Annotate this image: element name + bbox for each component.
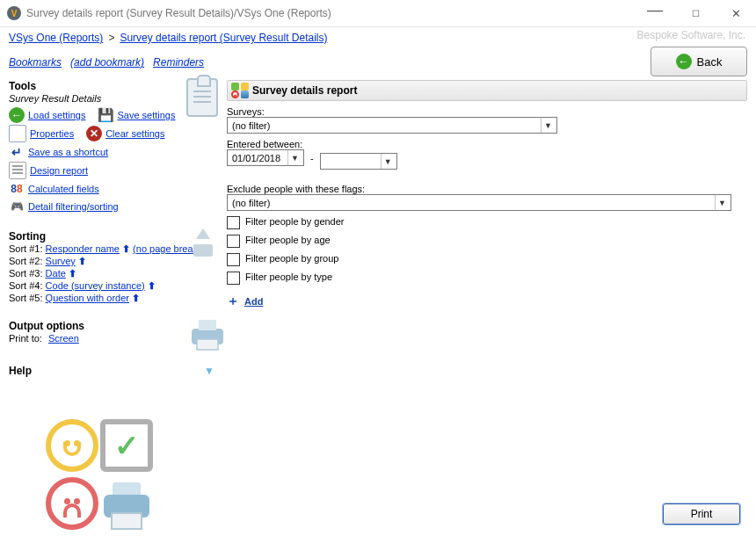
- surveys-select[interactable]: (no filter) ▼: [227, 117, 557, 134]
- sort-icon: [186, 225, 222, 260]
- svg-rect-2: [199, 320, 216, 330]
- date-dash: -: [310, 153, 314, 163]
- exclude-label: Exclude people with these flags:: [227, 184, 747, 194]
- checkbox-icon: [227, 253, 240, 266]
- add-link[interactable]: Add: [244, 296, 263, 307]
- bookmarks-link[interactable]: Bookmarks: [9, 56, 62, 69]
- sort4-field-link[interactable]: Code (survey instance): [46, 280, 145, 291]
- checkbox-icon: [227, 216, 240, 229]
- sort5-direction[interactable]: ⬆: [132, 293, 140, 303]
- filter-icon: 🎮: [9, 199, 25, 214]
- svg-rect-0: [193, 244, 213, 257]
- print-to-link[interactable]: Screen: [48, 333, 79, 344]
- sort-row-5: Sort #5: Question with order ⬆: [9, 293, 227, 304]
- load-icon: ←: [9, 107, 25, 123]
- plus-icon: ＋: [227, 293, 239, 308]
- reminders-link[interactable]: Reminders: [153, 56, 204, 69]
- breadcrumb-sep: >: [108, 32, 114, 44]
- sort2-direction[interactable]: ⬆: [78, 256, 86, 266]
- load-settings-link[interactable]: Load settings: [28, 110, 85, 120]
- sort1-field-link[interactable]: Responder name: [46, 243, 120, 254]
- shortcut-icon: ↵: [9, 144, 25, 160]
- properties-link[interactable]: Properties: [30, 128, 74, 139]
- add-bookmark-link[interactable]: (add bookmark): [70, 56, 144, 69]
- print-button[interactable]: Print: [663, 503, 740, 525]
- entered-label: Entered between:: [227, 139, 747, 149]
- design-icon: [9, 162, 26, 179]
- sort3-direction[interactable]: ⬆: [69, 268, 76, 279]
- sort5-field-link[interactable]: Question with order: [46, 293, 129, 303]
- calculated-fields-link[interactable]: Calculated fields: [28, 184, 99, 194]
- back-arrow-icon: ←: [676, 54, 692, 69]
- save-settings-link[interactable]: Save settings: [117, 110, 175, 120]
- printer-big-icon: [100, 477, 153, 530]
- breadcrumb-root[interactable]: VSys One (Reports): [9, 32, 103, 44]
- dropdown-caret-icon: ▼: [715, 195, 729, 210]
- detail-filtering-link[interactable]: Detail filtering/sorting: [28, 201, 119, 212]
- breadcrumb-page[interactable]: Survey details report (Survey Result Det…: [120, 32, 327, 44]
- add-filter-row[interactable]: ＋Add: [227, 293, 747, 309]
- checkbox-big-icon: ✓: [100, 419, 153, 472]
- checkbox-icon: [227, 235, 240, 248]
- calc-icon: 88: [9, 181, 25, 197]
- report-status-icons: [231, 83, 249, 98]
- dropdown-caret-icon: ▼: [381, 154, 395, 169]
- surveys-value: (no filter): [232, 120, 270, 131]
- sad-face-icon: [46, 477, 98, 530]
- design-report-link[interactable]: Design report: [30, 165, 88, 176]
- right-panel: Survey details report Surveys: (no filte…: [227, 78, 756, 536]
- sort-row-3: Sort #3: Date ⬆: [9, 268, 227, 279]
- window-minimize-button[interactable]: —: [635, 0, 675, 26]
- sort4-direction[interactable]: ⬆: [148, 280, 156, 291]
- happy-face-icon: [46, 419, 98, 472]
- report-title: Survey details report: [252, 84, 357, 97]
- exclude-select[interactable]: (no filter) ▼: [227, 194, 731, 211]
- report-header: Survey details report: [227, 80, 747, 101]
- clear-settings-link[interactable]: Clear settings: [105, 128, 164, 139]
- title-bar: V Survey details report (Survey Result D…: [0, 0, 756, 27]
- decorative-icons: ✓: [46, 419, 160, 533]
- left-panel: Tools Survey Result Details ← Load setti…: [0, 78, 227, 536]
- surveys-label: Surveys:: [227, 106, 747, 117]
- window-title: Survey details report (Survey Result Det…: [26, 7, 331, 19]
- brand-text: Bespoke Software, Inc.: [637, 29, 745, 41]
- save-icon: 💾: [98, 107, 113, 123]
- filter-group-row[interactable]: Filter people by group: [227, 253, 747, 266]
- filter-gender-row[interactable]: Filter people by gender: [227, 216, 747, 229]
- sort1-direction[interactable]: ⬆: [122, 243, 133, 254]
- sort-row-4: Sort #4: Code (survey instance) ⬆: [9, 280, 227, 292]
- date-from-select[interactable]: 01/01/2018 ▼: [227, 149, 304, 166]
- filter-type-row[interactable]: Filter people by type: [227, 272, 747, 285]
- svg-rect-3: [197, 339, 218, 350]
- date-to-select[interactable]: ▼: [320, 153, 397, 170]
- app-icon: V: [7, 6, 21, 20]
- sort2-field-link[interactable]: Survey: [46, 256, 76, 266]
- window-maximize-button[interactable]: ☐: [675, 0, 716, 26]
- dropdown-caret-icon: ▼: [541, 118, 555, 133]
- help-heading: Help: [9, 365, 227, 377]
- date-from-value: 01/01/2018: [232, 153, 280, 163]
- back-button-label: Back: [697, 55, 723, 69]
- bookmarks-bar: Bookmarks (add bookmark) Reminders ← Bac…: [0, 47, 756, 78]
- printer-icon: [188, 316, 227, 351]
- dropdown-caret-icon: ▼: [287, 150, 302, 165]
- sort3-field-link[interactable]: Date: [46, 268, 66, 279]
- clipboard-icon: [186, 78, 218, 117]
- print-to-label: Print to:: [9, 333, 42, 344]
- window-close-button[interactable]: ✕: [716, 0, 756, 26]
- filter-age-row[interactable]: Filter people by age: [227, 235, 747, 248]
- checkbox-icon: [227, 272, 240, 285]
- help-expand-icon[interactable]: ▼: [204, 365, 214, 377]
- back-button[interactable]: ← Back: [651, 47, 747, 76]
- save-shortcut-link[interactable]: Save as a shortcut: [28, 147, 108, 157]
- properties-icon: [9, 125, 26, 142]
- exclude-value: (no filter): [232, 198, 270, 208]
- clear-icon: ✕: [86, 126, 102, 141]
- breadcrumb: VSys One (Reports) > Survey details repo…: [0, 27, 756, 47]
